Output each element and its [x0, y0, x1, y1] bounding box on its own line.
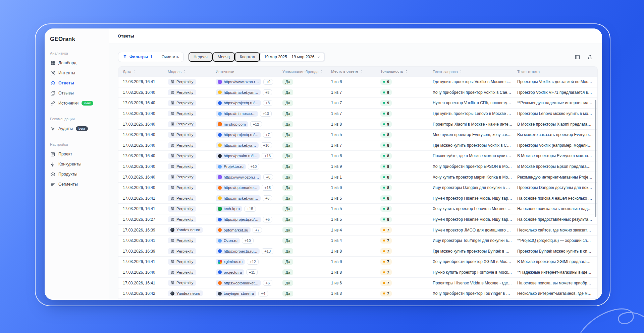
extra-sources-count[interactable]: +11 — [246, 269, 258, 275]
column-header-дата[interactable]: Дата — [123, 70, 168, 74]
source-chip[interactable]: https://market.ya… — [216, 142, 259, 148]
source-chip[interactable]: Projektor.ru — [216, 164, 246, 170]
sidebar-item-label: Дашборд — [58, 61, 76, 65]
period-option[interactable]: Неделя — [189, 52, 213, 62]
extra-sources-count[interactable]: +10 — [261, 142, 272, 148]
source-chip[interactable]: https://optomarke… — [216, 185, 260, 191]
tonality-badge: 9 — [380, 100, 392, 106]
model-chip: Perplexity — [168, 195, 196, 201]
extra-sources-count[interactable]: +8 — [263, 174, 273, 180]
source-chip[interactable]: https://optomarket… — [216, 280, 261, 286]
table-row[interactable]: 17.03.2026, 16:41Perplexityhttps://marke… — [118, 193, 597, 204]
table-row[interactable]: 17.03.2026, 16:40Perplexityhttps://marke… — [118, 87, 597, 98]
source-chip[interactable]: xgimirus.ru — [216, 259, 245, 265]
table-row[interactable]: 17.03.2026, 16:41Perplexitytech-iq.ru+15… — [118, 204, 597, 214]
cell-brand-mention: Да — [282, 238, 331, 244]
sidebar-item-products[interactable]: Продукты — [50, 169, 103, 179]
column-header-тональность[interactable]: Тональность — [380, 69, 433, 74]
source-chip[interactable]: https://www.ozon.r… — [216, 174, 261, 180]
clear-filters-button[interactable]: Очистить — [157, 52, 183, 62]
extra-sources-count[interactable]: +4 — [258, 291, 268, 296]
extra-sources-count[interactable]: +12 — [247, 259, 259, 265]
period-option[interactable]: Квартал — [235, 52, 260, 62]
extra-sources-count[interactable]: +10 — [242, 238, 254, 244]
table-row[interactable]: 17.03.2026, 16:42Yandex neurotouyinger-s… — [118, 288, 597, 299]
sidebar-item-sources[interactable]: Источникиnew — [50, 98, 103, 108]
export-button[interactable] — [586, 53, 594, 61]
extra-sources-count[interactable]: +12 — [250, 121, 262, 127]
model-chip: Perplexity — [168, 280, 196, 286]
table-row[interactable]: 17.03.2026, 16:39Perplexityhttps://proje… — [118, 246, 597, 257]
extra-sources-count[interactable]: +13 — [260, 111, 272, 117]
sidebar-item-audits[interactable]: Аудитыbeta — [50, 124, 103, 134]
source-chip[interactable]: https://proaim.ru/i… — [216, 153, 260, 159]
sidebar-item-reviews[interactable]: Отзывы — [50, 88, 103, 98]
cell-query-text: Нужно купить проектор Formovie в Москве,… — [433, 270, 517, 275]
extra-sources-count[interactable]: +8 — [263, 89, 272, 95]
period-option[interactable]: Месяц — [213, 52, 235, 62]
table-row[interactable]: 17.03.2026, 16:41PerplexityOzon.ru+10Да1… — [118, 236, 597, 246]
table-row[interactable]: 17.03.2026, 16:40Perplexityhttps://mi.mo… — [118, 109, 597, 119]
table-row[interactable]: 17.03.2026, 16:40Perplexitymi-shop.com+1… — [118, 119, 597, 130]
vertical-scrollbar[interactable] — [595, 100, 596, 217]
source-chip[interactable]: https://market.yan… — [216, 89, 261, 95]
table-row[interactable]: 17.03.2026, 16:40Perplexityhttps://proje… — [118, 130, 597, 140]
extra-sources-count[interactable]: +6 — [263, 195, 272, 201]
extra-sources-count[interactable]: +15 — [262, 185, 273, 191]
extra-sources-count[interactable]: +6 — [263, 280, 273, 286]
column-header-упоминание-бренда[interactable]: Упоминание бренда — [282, 70, 331, 74]
source-chip[interactable]: https://projectq.ru/… — [216, 217, 261, 222]
column-header-место-в-ответе[interactable]: Место в ответе — [331, 69, 380, 74]
table-row[interactable]: 17.03.2026, 16:40Perplexityhttps://www.o… — [118, 172, 597, 183]
extra-sources-count[interactable]: +8 — [263, 100, 273, 106]
extra-sources-count[interactable]: +7 — [253, 227, 262, 233]
table-row[interactable]: 17.03.2026, 16:27Perplexityhttps://proje… — [118, 214, 597, 225]
source-favicon-icon — [218, 218, 222, 221]
filters-button[interactable]: Фильтры 1 — [118, 52, 157, 62]
source-chip[interactable]: https://projectq.ru/… — [216, 132, 261, 138]
extra-sources-count[interactable]: +13 — [262, 248, 273, 254]
extra-sources-count[interactable]: +10 — [248, 164, 260, 170]
source-chip[interactable]: optomarket.su — [216, 227, 251, 233]
cell-brand-mention: Да — [282, 100, 331, 106]
table-row[interactable]: 17.03.2026, 16:41Perplexityxgimirus.ru+1… — [118, 257, 597, 267]
columns-settings-button[interactable] — [574, 53, 581, 61]
source-chip[interactable]: mi-shop.com — [216, 121, 248, 127]
extra-sources-count[interactable]: +13 — [262, 153, 273, 159]
sidebar-item-answers[interactable]: Ответы — [50, 78, 103, 88]
extra-sources-count[interactable]: +15 — [244, 206, 256, 212]
extra-sources-count[interactable]: +9 — [263, 79, 273, 85]
table-row[interactable]: 17.03.2026, 16:41Perplexityhttps://optom… — [118, 278, 597, 288]
source-chip[interactable]: https://www.ozon.r… — [216, 79, 261, 85]
source-chip[interactable]: projectq.ru — [216, 269, 244, 275]
table-row[interactable]: 17.03.2026, 16:39Yandex neurooptomarket.… — [118, 225, 597, 236]
table-row[interactable]: 17.03.2026, 16:40Perplexityhttps://proai… — [118, 151, 597, 161]
source-chip[interactable]: https://projectq.ru/… — [216, 100, 261, 106]
sidebar-item-dashboard[interactable]: Дашборд — [50, 58, 103, 68]
sidebar-item-project[interactable]: Проект — [50, 149, 103, 159]
extra-sources-count[interactable]: +7 — [263, 132, 273, 138]
tonality-dot-icon — [383, 113, 385, 115]
table-row[interactable]: 17.03.2026, 16:40Perplexityhttps://marke… — [118, 140, 597, 151]
cell-sources: xgimirus.ru+12 — [216, 259, 282, 265]
source-chip[interactable]: Ozon.ru — [216, 238, 240, 244]
table-row[interactable]: 17.03.2026, 16:40PerplexityProjektor.ru+… — [118, 161, 597, 172]
table-row[interactable]: 17.03.2026, 16:41Perplexityhttps://www.o… — [118, 77, 597, 87]
sidebar-item-competitors[interactable]: Конкуренты — [50, 159, 103, 169]
source-chip[interactable]: https://mi.mosco… — [216, 111, 258, 117]
table-row[interactable]: 17.03.2026, 16:40Perplexityhttps://optom… — [118, 183, 597, 193]
table-row[interactable]: 17.03.2026, 16:40Perplexityhttps://proje… — [118, 98, 597, 109]
source-chip[interactable]: touyinger-store.ru — [216, 291, 256, 296]
table-row[interactable]: 17.03.2026, 16:40Perplexityprojectq.ru+1… — [118, 267, 597, 278]
column-header-модель[interactable]: Модель — [168, 70, 216, 74]
source-chip[interactable]: https://market.yan… — [216, 195, 261, 201]
sidebar-item-intents[interactable]: Интенты — [50, 68, 103, 78]
date-range-picker[interactable]: 19 мар 2025 – 19 мар 2026 — [260, 53, 325, 61]
column-header-текст-запроса[interactable]: Текст запроса — [433, 70, 517, 74]
decorative-swoosh — [580, 296, 644, 333]
extra-sources-count[interactable]: +5 — [263, 217, 273, 222]
source-chip[interactable]: https://projectq.ru… — [216, 248, 260, 254]
perplexity-icon — [170, 270, 174, 274]
source-chip[interactable]: tech-iq.ru — [216, 206, 242, 212]
sidebar-item-segments[interactable]: Сегменты — [50, 179, 103, 189]
